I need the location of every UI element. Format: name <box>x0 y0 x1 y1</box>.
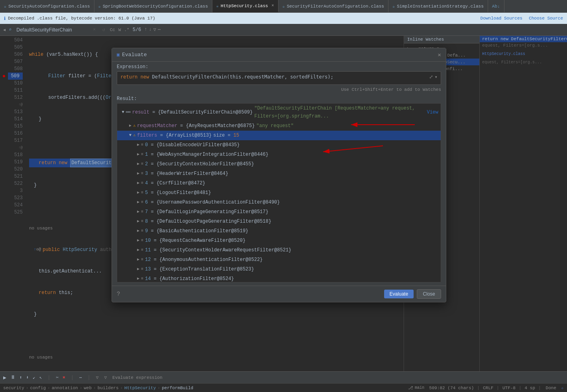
tree-row-filter-12[interactable]: ▶ ≡ 12 = {AnonymousAuthenticationFilter@… <box>117 255 441 265</box>
gutter-507 <box>0 58 8 65</box>
close-tab-icon[interactable]: × <box>272 4 274 8</box>
help-icon[interactable]: ? <box>117 291 120 297</box>
download-sources-link[interactable]: Download Sources <box>481 16 523 21</box>
search-down-icon[interactable]: ↓ <box>149 27 152 33</box>
tree-val-4: {CsrfFilter@8472} <box>157 179 205 187</box>
tree-icon-5: ≡ <box>141 189 143 197</box>
tree-row-filter-8[interactable]: ▶ ≡ 8 = {DefaultLogoutPageGeneratingFilt… <box>117 217 441 226</box>
step-into-button[interactable]: ⬇ <box>26 375 29 380</box>
status-encoding[interactable]: UTF-8 <box>502 386 516 390</box>
tree-arrow-result[interactable]: ▼ <box>122 108 124 116</box>
tree-row-result[interactable]: ▼ ∞∞ result = {DefaultSecurityFilterChai… <box>117 104 441 121</box>
tree-arrow-12[interactable]: ▶ <box>137 256 139 264</box>
play-button[interactable]: ▶ <box>3 374 6 381</box>
search-word-option[interactable]: W <box>118 27 121 32</box>
tree-arrow-10[interactable]: ▶ <box>137 237 139 245</box>
breadcrumb-config[interactable]: config <box>30 386 46 390</box>
tree-val-10: {RequestCacheAwareFilter@8520} <box>159 237 245 245</box>
dialog-close-button[interactable]: ✕ <box>438 51 441 58</box>
tree-arrow-filters[interactable]: ▼ <box>129 131 131 139</box>
gutter-509[interactable]: ● <box>0 73 8 80</box>
search-input[interactable] <box>16 27 88 33</box>
tree-row-filter-3[interactable]: ▶ ≡ 3 = {HeaderWriterFilter@8464} <box>117 169 441 178</box>
expand-expression-icon[interactable]: ⤢ <box>429 74 433 80</box>
tree-arrow-6[interactable]: ▶ <box>137 198 139 206</box>
tree-val-requestmatcher: "any request" <box>256 122 294 130</box>
tree-row-requestmatcher[interactable]: ▶ ⚠ requestMatcher = {AnyRequestMatcher@… <box>117 121 441 131</box>
stop-button[interactable]: ✖ <box>63 375 65 380</box>
tree-index-2: 2 <box>145 160 148 168</box>
tree-arrow-11[interactable]: ▶ <box>137 246 139 254</box>
search-up-icon[interactable]: ↑ <box>144 27 147 33</box>
tree-index-6: 6 <box>145 198 148 206</box>
breadcrumb-builders[interactable]: builders <box>98 386 119 390</box>
tree-row-filter-7[interactable]: ▶ ≡ 7 = {DefaultLoginPageGeneratingFilte… <box>117 207 441 217</box>
tree-arrow-9[interactable]: ▶ <box>137 227 139 235</box>
search-cc-option[interactable]: Cc <box>110 27 115 32</box>
java-icon: ☕ <box>98 4 101 9</box>
breadcrumb-web[interactable]: web <box>84 386 92 390</box>
tree-index-11: 11 <box>145 246 151 254</box>
tree-row-filter-2[interactable]: ▶ ≡ 2 = {SecurityContextHolderFilter@845… <box>117 159 441 169</box>
clear-button[interactable]: ✂ <box>56 375 59 380</box>
tree-arrow-4[interactable]: ▶ <box>137 179 139 187</box>
tab-http-security[interactable]: ☕ HttpSecurity.class × <box>212 0 279 12</box>
search-close-icon[interactable]: × <box>93 27 96 33</box>
tree-row-filter-1[interactable]: ▶ ≡ 1 = {WebAsyncManagerIntegrationFilte… <box>117 150 441 159</box>
breadcrumb-annotation[interactable]: annotation <box>52 386 78 390</box>
tree-row-filter-14[interactable]: ▶ ≡ 14 = {AuthorizationFilter@8524} <box>117 274 441 282</box>
tree-arrow-5[interactable]: ▶ <box>137 189 139 197</box>
close-dialog-button[interactable]: Close <box>417 289 441 299</box>
status-crlf[interactable]: CRLF <box>483 386 493 390</box>
tree-arrow-1[interactable]: ▶ <box>137 151 139 159</box>
tab-security-auto[interactable]: ☕ SecurityAutoConfiguration.class <box>0 0 94 12</box>
breadcrumb-httpsecurity[interactable]: HttpSecurity <box>124 386 156 390</box>
run-to-cursor-button[interactable]: ↖ <box>39 375 42 380</box>
filter-icon[interactable]: ▽ <box>96 375 99 380</box>
tree-row-filter-11[interactable]: ▶ ≡ 11 = {SecurityContextHolderAwareRequ… <box>117 245 441 255</box>
tree-row-filters[interactable]: ▼ ⚠ filters = {ArrayList@8513} size = 15 <box>117 131 441 140</box>
search-filter-icon[interactable]: ▽ <box>153 27 156 33</box>
filter-toggle[interactable]: ▽ <box>104 375 107 380</box>
search-regex-option[interactable]: .* <box>124 27 129 32</box>
tree-size-filters: size = 15 <box>213 131 239 139</box>
result-tree[interactable]: ▼ ∞∞ result = {DefaultSecurityFilterChai… <box>117 103 441 282</box>
tree-arrow-13[interactable]: ▶ <box>137 265 139 273</box>
view-link[interactable]: View <box>427 108 438 116</box>
tab-ab[interactable]: Ab↓ <box>488 0 504 12</box>
tab-spring-boot-web[interactable]: ☕ SpringBootWebSecurityConfiguration.cla… <box>94 0 212 12</box>
expression-dropdown-icon[interactable]: ▾ <box>435 74 438 80</box>
tree-arrow-0[interactable]: ▶ <box>137 141 139 149</box>
step-over-button[interactable]: ⬆ <box>20 375 22 380</box>
search-nav-prev[interactable]: ◀ <box>3 27 6 32</box>
pause-button[interactable]: ⏸ <box>10 374 16 380</box>
tree-row-filter-6[interactable]: ▶ ≡ 6 = {UsernamePasswordAuthenticationF… <box>117 198 441 207</box>
step-out-button[interactable]: ↙ <box>33 375 35 380</box>
tree-row-filter-13[interactable]: ▶ ≡ 13 = {ExceptionTranslationFilter@852… <box>117 265 441 274</box>
expression-text[interactable]: return new DefaultSecurityFilterChain(th… <box>120 74 429 80</box>
tree-arrow-8[interactable]: ▶ <box>137 218 139 225</box>
status-indent[interactable]: 4 sp <box>525 386 535 390</box>
tab-simple-instantiation[interactable]: ☕ SimpleInstantiationStrategy.class <box>388 0 488 12</box>
tree-row-filter-0[interactable]: ▶ ≡ 0 = {DisableEncodeUrlFilter@8435} <box>117 140 441 150</box>
breadcrumb-security[interactable]: security <box>3 386 24 390</box>
tab-security-filter-auto[interactable]: ☕ SecurityFilterAutoConfiguration.class <box>279 0 388 12</box>
tree-arrow-7[interactable]: ▶ <box>137 208 139 216</box>
right-http-security-link[interactable]: HttpSecurity.class <box>480 49 567 59</box>
evaluate-button[interactable]: Evaluate <box>384 290 414 298</box>
watches-title: Inline Watches <box>407 37 444 42</box>
tree-row-filter-4[interactable]: ▶ ≡ 4 = {CsrfFilter@8472} <box>117 178 441 188</box>
search-more-icon[interactable]: ⋯ <box>158 27 161 33</box>
tree-arrow-requestmatcher[interactable]: ▶ <box>129 122 131 130</box>
tree-index-8: 8 <box>145 218 148 225</box>
search-refresh-icon[interactable]: ↺ <box>102 27 105 33</box>
more-options-button[interactable]: ⋯ <box>79 375 82 380</box>
tree-row-filter-5[interactable]: ▶ ≡ 5 = {LogoutFilter@8481} <box>117 188 441 198</box>
breadcrumb-performbuild[interactable]: performBuild <box>162 386 193 390</box>
tree-row-filter-9[interactable]: ▶ ≡ 9 = {BasicAuthenticationFilter@8519} <box>117 226 441 236</box>
tree-arrow-3[interactable]: ▶ <box>137 170 139 178</box>
tree-row-filter-10[interactable]: ▶ ≡ 10 = {RequestCacheAwareFilter@8520} <box>117 236 441 245</box>
tree-arrow-2[interactable]: ▶ <box>137 160 139 168</box>
choose-source-link[interactable]: Choose Source <box>529 16 563 21</box>
tree-arrow-14[interactable]: ▶ <box>137 275 139 282</box>
